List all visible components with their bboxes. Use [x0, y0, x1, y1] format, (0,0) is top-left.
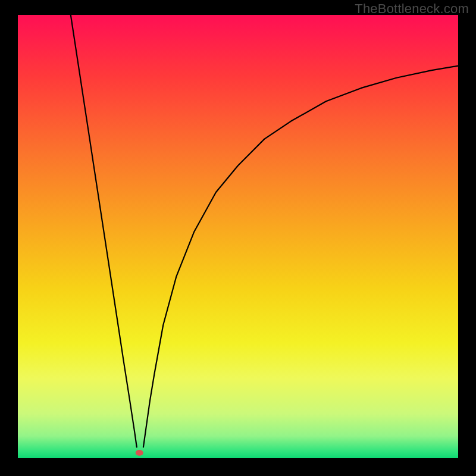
minimum-marker	[136, 450, 143, 456]
gradient-background	[18, 15, 458, 458]
watermark-text: TheBottleneck.com	[355, 1, 469, 17]
plot-frame	[18, 15, 458, 458]
plot-svg	[18, 15, 458, 458]
chart-container: TheBottleneck.com	[0, 0, 476, 476]
